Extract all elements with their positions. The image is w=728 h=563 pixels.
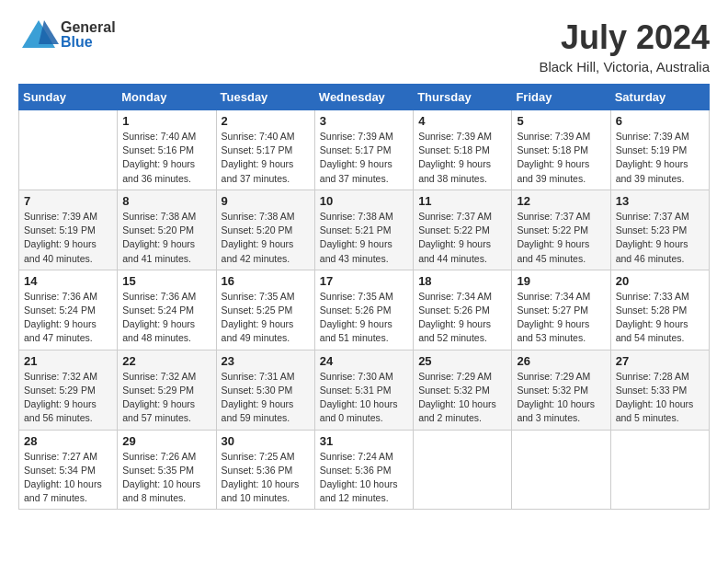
calendar-week-row: 7Sunrise: 7:39 AM Sunset: 5:19 PM Daylig… bbox=[19, 190, 710, 270]
day-info: Sunrise: 7:32 AM Sunset: 5:29 PM Dayligh… bbox=[122, 370, 210, 426]
day-number: 16 bbox=[222, 274, 310, 288]
day-number: 18 bbox=[418, 274, 506, 288]
day-number: 10 bbox=[320, 194, 408, 208]
calendar-week-row: 1Sunrise: 7:40 AM Sunset: 5:16 PM Daylig… bbox=[19, 110, 710, 190]
calendar-week-row: 21Sunrise: 7:32 AM Sunset: 5:29 PM Dayli… bbox=[19, 350, 710, 430]
day-number: 1 bbox=[122, 114, 210, 128]
logo-name: General Blue bbox=[61, 20, 116, 50]
calendar-cell: 7Sunrise: 7:39 AM Sunset: 5:19 PM Daylig… bbox=[19, 190, 118, 270]
calendar-cell: 19Sunrise: 7:34 AM Sunset: 5:27 PM Dayli… bbox=[512, 270, 610, 350]
day-info: Sunrise: 7:39 AM Sunset: 5:19 PM Dayligh… bbox=[616, 130, 704, 186]
calendar-cell bbox=[414, 430, 512, 510]
calendar-cell: 17Sunrise: 7:35 AM Sunset: 5:26 PM Dayli… bbox=[314, 270, 413, 350]
day-info: Sunrise: 7:39 AM Sunset: 5:17 PM Dayligh… bbox=[320, 130, 408, 186]
day-info: Sunrise: 7:39 AM Sunset: 5:18 PM Dayligh… bbox=[517, 130, 605, 186]
day-info: Sunrise: 7:24 AM Sunset: 5:36 PM Dayligh… bbox=[320, 450, 408, 506]
day-number: 11 bbox=[418, 194, 506, 208]
calendar-cell bbox=[19, 110, 118, 190]
calendar-cell: 22Sunrise: 7:32 AM Sunset: 5:29 PM Dayli… bbox=[118, 350, 216, 430]
calendar-cell: 9Sunrise: 7:38 AM Sunset: 5:20 PM Daylig… bbox=[216, 190, 314, 270]
col-header-monday: Monday bbox=[118, 85, 216, 110]
day-info: Sunrise: 7:38 AM Sunset: 5:20 PM Dayligh… bbox=[222, 210, 310, 266]
day-number: 27 bbox=[616, 354, 704, 368]
day-number: 20 bbox=[616, 274, 704, 288]
svg-marker-1 bbox=[39, 20, 59, 44]
calendar-cell: 8Sunrise: 7:38 AM Sunset: 5:20 PM Daylig… bbox=[118, 190, 216, 270]
calendar-cell: 4Sunrise: 7:39 AM Sunset: 5:18 PM Daylig… bbox=[414, 110, 512, 190]
calendar-cell: 28Sunrise: 7:27 AM Sunset: 5:34 PM Dayli… bbox=[19, 430, 118, 510]
calendar-cell: 23Sunrise: 7:31 AM Sunset: 5:30 PM Dayli… bbox=[216, 350, 314, 430]
day-number: 14 bbox=[24, 274, 112, 288]
calendar-cell: 16Sunrise: 7:35 AM Sunset: 5:25 PM Dayli… bbox=[216, 270, 314, 350]
day-info: Sunrise: 7:31 AM Sunset: 5:30 PM Dayligh… bbox=[222, 370, 310, 426]
col-header-thursday: Thursday bbox=[414, 85, 512, 110]
day-info: Sunrise: 7:35 AM Sunset: 5:26 PM Dayligh… bbox=[320, 290, 408, 346]
day-number: 9 bbox=[222, 194, 310, 208]
col-header-wednesday: Wednesday bbox=[314, 85, 413, 110]
day-info: Sunrise: 7:34 AM Sunset: 5:27 PM Dayligh… bbox=[517, 290, 605, 346]
calendar-cell: 25Sunrise: 7:29 AM Sunset: 5:32 PM Dayli… bbox=[414, 350, 512, 430]
day-number: 24 bbox=[320, 354, 408, 368]
calendar-cell: 10Sunrise: 7:38 AM Sunset: 5:21 PM Dayli… bbox=[314, 190, 413, 270]
col-header-tuesday: Tuesday bbox=[216, 85, 314, 110]
logo-icon bbox=[18, 18, 59, 52]
day-info: Sunrise: 7:32 AM Sunset: 5:29 PM Dayligh… bbox=[24, 370, 112, 426]
day-number: 2 bbox=[222, 114, 310, 128]
day-info: Sunrise: 7:40 AM Sunset: 5:17 PM Dayligh… bbox=[222, 130, 310, 186]
day-info: Sunrise: 7:34 AM Sunset: 5:26 PM Dayligh… bbox=[418, 290, 506, 346]
day-info: Sunrise: 7:25 AM Sunset: 5:36 PM Dayligh… bbox=[222, 450, 310, 506]
day-number: 4 bbox=[418, 114, 506, 128]
calendar-cell: 11Sunrise: 7:37 AM Sunset: 5:22 PM Dayli… bbox=[414, 190, 512, 270]
calendar-header-row: SundayMondayTuesdayWednesdayThursdayFrid… bbox=[19, 85, 710, 110]
logo: General Blue bbox=[18, 18, 116, 52]
day-info: Sunrise: 7:33 AM Sunset: 5:28 PM Dayligh… bbox=[616, 290, 704, 346]
day-info: Sunrise: 7:29 AM Sunset: 5:32 PM Dayligh… bbox=[517, 370, 605, 426]
calendar-cell: 5Sunrise: 7:39 AM Sunset: 5:18 PM Daylig… bbox=[512, 110, 610, 190]
day-info: Sunrise: 7:28 AM Sunset: 5:33 PM Dayligh… bbox=[616, 370, 704, 426]
day-number: 8 bbox=[122, 194, 210, 208]
day-number: 6 bbox=[616, 114, 704, 128]
day-info: Sunrise: 7:38 AM Sunset: 5:20 PM Dayligh… bbox=[122, 210, 210, 266]
calendar-cell: 21Sunrise: 7:32 AM Sunset: 5:29 PM Dayli… bbox=[19, 350, 118, 430]
calendar-cell: 18Sunrise: 7:34 AM Sunset: 5:26 PM Dayli… bbox=[414, 270, 512, 350]
day-info: Sunrise: 7:26 AM Sunset: 5:35 PM Dayligh… bbox=[122, 450, 210, 506]
day-info: Sunrise: 7:29 AM Sunset: 5:32 PM Dayligh… bbox=[418, 370, 506, 426]
calendar-cell: 15Sunrise: 7:36 AM Sunset: 5:24 PM Dayli… bbox=[118, 270, 216, 350]
col-header-saturday: Saturday bbox=[610, 85, 709, 110]
day-info: Sunrise: 7:30 AM Sunset: 5:31 PM Dayligh… bbox=[320, 370, 408, 426]
day-number: 26 bbox=[517, 354, 605, 368]
calendar-cell: 24Sunrise: 7:30 AM Sunset: 5:31 PM Dayli… bbox=[314, 350, 413, 430]
calendar-cell: 2Sunrise: 7:40 AM Sunset: 5:17 PM Daylig… bbox=[216, 110, 314, 190]
day-number: 7 bbox=[24, 194, 112, 208]
day-number: 28 bbox=[24, 434, 112, 448]
day-info: Sunrise: 7:36 AM Sunset: 5:24 PM Dayligh… bbox=[24, 290, 112, 346]
day-info: Sunrise: 7:27 AM Sunset: 5:34 PM Dayligh… bbox=[24, 450, 112, 506]
col-header-sunday: Sunday bbox=[19, 85, 118, 110]
page-header: General Blue July 2024 Black Hill, Victo… bbox=[18, 18, 710, 75]
day-number: 23 bbox=[222, 354, 310, 368]
day-info: Sunrise: 7:35 AM Sunset: 5:25 PM Dayligh… bbox=[222, 290, 310, 346]
calendar-cell: 3Sunrise: 7:39 AM Sunset: 5:17 PM Daylig… bbox=[314, 110, 413, 190]
day-number: 25 bbox=[418, 354, 506, 368]
day-number: 22 bbox=[122, 354, 210, 368]
day-info: Sunrise: 7:36 AM Sunset: 5:24 PM Dayligh… bbox=[122, 290, 210, 346]
calendar-week-row: 28Sunrise: 7:27 AM Sunset: 5:34 PM Dayli… bbox=[19, 430, 710, 510]
logo-blue-text: Blue bbox=[61, 35, 116, 50]
calendar-cell: 1Sunrise: 7:40 AM Sunset: 5:16 PM Daylig… bbox=[118, 110, 216, 190]
month-title: July 2024 bbox=[539, 18, 710, 57]
calendar-cell: 12Sunrise: 7:37 AM Sunset: 5:22 PM Dayli… bbox=[512, 190, 610, 270]
day-info: Sunrise: 7:37 AM Sunset: 5:22 PM Dayligh… bbox=[517, 210, 605, 266]
day-info: Sunrise: 7:39 AM Sunset: 5:18 PM Dayligh… bbox=[418, 130, 506, 186]
calendar-cell: 6Sunrise: 7:39 AM Sunset: 5:19 PM Daylig… bbox=[610, 110, 709, 190]
calendar-cell: 30Sunrise: 7:25 AM Sunset: 5:36 PM Dayli… bbox=[216, 430, 314, 510]
day-number: 21 bbox=[24, 354, 112, 368]
calendar-cell: 29Sunrise: 7:26 AM Sunset: 5:35 PM Dayli… bbox=[118, 430, 216, 510]
calendar-cell: 14Sunrise: 7:36 AM Sunset: 5:24 PM Dayli… bbox=[19, 270, 118, 350]
calendar-cell: 26Sunrise: 7:29 AM Sunset: 5:32 PM Dayli… bbox=[512, 350, 610, 430]
day-number: 30 bbox=[222, 434, 310, 448]
day-info: Sunrise: 7:38 AM Sunset: 5:21 PM Dayligh… bbox=[320, 210, 408, 266]
calendar-cell: 27Sunrise: 7:28 AM Sunset: 5:33 PM Dayli… bbox=[610, 350, 709, 430]
col-header-friday: Friday bbox=[512, 85, 610, 110]
calendar-cell bbox=[512, 430, 610, 510]
day-number: 29 bbox=[122, 434, 210, 448]
